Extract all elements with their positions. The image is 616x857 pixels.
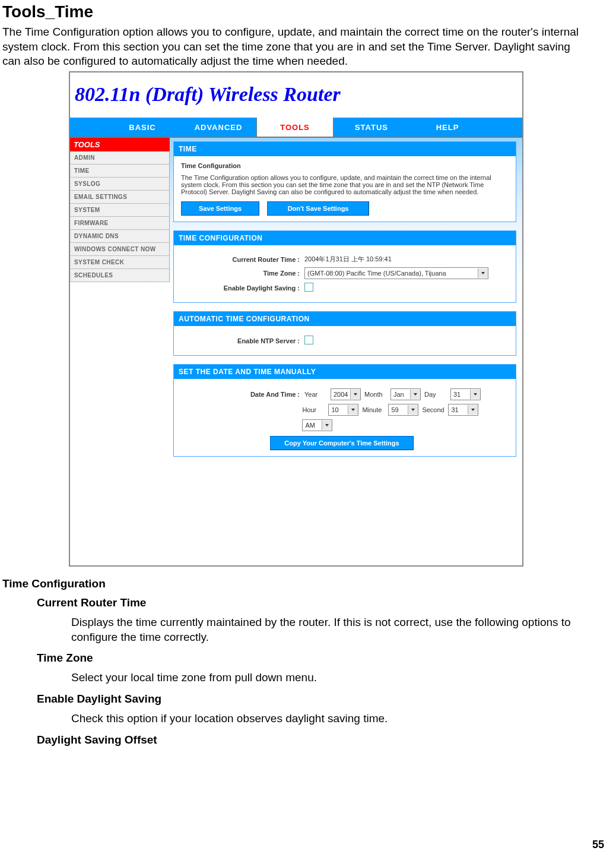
panel-auto-title: AUTOMATIC TIME CONFIGURATION [174,312,516,326]
save-settings-button[interactable]: Save Settings [181,201,259,216]
sidebar-item-system[interactable]: SYSTEM [70,204,170,217]
label-month: Month [364,391,387,398]
panel-time-sub: Time Configuration [181,162,509,169]
sec-timezone-h: Time Zone [2,652,590,665]
sidebar-item-syscheck[interactable]: SYSTEM CHECK [70,256,170,269]
panel-manual-time: SET THE DATE AND TIME MANUALLY Date And … [173,364,516,457]
daylight-checkbox[interactable] [304,283,313,292]
nav-tab-advanced[interactable]: ADVANCED [180,118,256,137]
panel-time-config: TIME CONFIGURATION Current Router Time :… [173,230,516,303]
router-body: TOOLS ADMIN TIME SYSLOG EMAIL SETTINGS S… [70,138,522,565]
chevron-down-icon [468,405,478,415]
router-nav: BASIC ADVANCED TOOLS STATUS HELP [70,118,522,138]
copy-computer-time-button[interactable]: Copy Your Computer's Time Settings [270,436,414,450]
nav-tab-help[interactable]: HELP [409,118,485,137]
hour-select[interactable]: 10 [328,404,358,416]
panel-timecfg-title: TIME CONFIGURATION [174,231,516,245]
chevron-down-icon [348,405,358,415]
panel-time-title: TIME [174,142,516,156]
sec-current-h: Current Router Time [2,596,590,609]
nav-spacer [70,118,104,137]
panel-auto-time: AUTOMATIC TIME CONFIGURATION Enable NTP … [173,311,516,356]
chevron-down-icon [410,390,420,399]
chevron-down-icon [478,268,488,278]
year-select[interactable]: 2004 [331,388,361,400]
timezone-value: (GMT-08:00) Pacific Time (US/Canada), Ti… [307,270,446,277]
sec-daylight-h: Enable Daylight Saving [2,692,590,706]
label-second: Second [422,406,444,413]
sec-timezone-p: Select your local time zone from pull do… [2,671,590,685]
label-year: Year [304,391,327,398]
panel-time: TIME Time Configuration The Time Configu… [173,141,516,222]
sidebar-header: TOOLS [70,138,170,151]
month-select[interactable]: Jan [390,388,421,400]
sidebar-item-admin[interactable]: ADMIN [70,151,170,165]
ntp-checkbox[interactable] [304,336,313,344]
ampm-select[interactable]: AM [302,419,332,431]
label-minute: Minute [362,406,385,413]
sec-daylight-p: Check this option if your location obser… [2,711,590,726]
sec-current-p: Displays the time currently maintained b… [2,615,590,644]
panel-time-desc: The Time Configuration option allows you… [181,174,509,195]
minute-select[interactable]: 59 [388,404,418,416]
sidebar: TOOLS ADMIN TIME SYSLOG EMAIL SETTINGS S… [70,138,170,565]
doc-title: Tools_Time [2,2,590,21]
nav-tab-basic[interactable]: BASIC [104,118,180,137]
sec-offset-h: Daylight Saving Offset [2,733,590,747]
label-hour: Hour [302,406,325,413]
sidebar-item-wcn[interactable]: WINDOWS CONNECT NOW [70,243,170,256]
sidebar-item-schedules[interactable]: SCHEDULES [70,269,170,282]
save-button-row: Save Settings Don't Save Settings [181,201,509,216]
sidebar-item-firmware[interactable]: FIRMWARE [70,217,170,230]
label-daylight: Enable Daylight Saving : [181,284,304,292]
label-ntp: Enable NTP Server : [181,337,304,344]
chevron-down-icon [470,390,480,399]
chevron-down-icon [350,390,360,399]
label-current-time: Current Router Time : [181,256,304,263]
day-select[interactable]: 31 [450,388,481,400]
chevron-down-icon [322,420,332,430]
sidebar-item-ddns[interactable]: DYNAMIC DNS [70,230,170,243]
router-banner: 802.11n (Draft) Wireless Router [70,72,522,118]
chevron-down-icon [408,405,418,415]
panel-manual-title: SET THE DATE AND TIME MANUALLY [174,365,516,379]
section-timeconfig-h: Time Configuration [2,577,590,590]
label-day: Day [424,391,447,398]
router-screenshot: 802.11n (Draft) Wireless Router BASIC AD… [69,71,523,567]
label-timezone: Time Zone : [181,270,304,277]
sidebar-item-syslog[interactable]: SYSLOG [70,178,170,191]
dont-save-settings-button[interactable]: Don't Save Settings [267,201,369,216]
doc-intro: The Time Configuration option allows you… [2,25,590,69]
sidebar-item-time[interactable]: TIME [70,165,170,178]
sidebar-item-email[interactable]: EMAIL SETTINGS [70,191,170,204]
value-current-time: 2004年1月31日 上午 10:59:41 [304,255,392,264]
nav-tab-tools[interactable]: TOOLS [256,118,334,137]
timezone-select[interactable]: (GMT-08:00) Pacific Time (US/Canada), Ti… [304,267,488,279]
router-main: TIME Time Configuration The Time Configu… [170,138,522,565]
nav-tab-status[interactable]: STATUS [334,118,409,137]
second-select[interactable]: 31 [448,404,478,416]
label-datetime: Date And Time : [181,391,304,398]
banner-text: 802.11n (Draft) Wireless Router [75,83,341,105]
